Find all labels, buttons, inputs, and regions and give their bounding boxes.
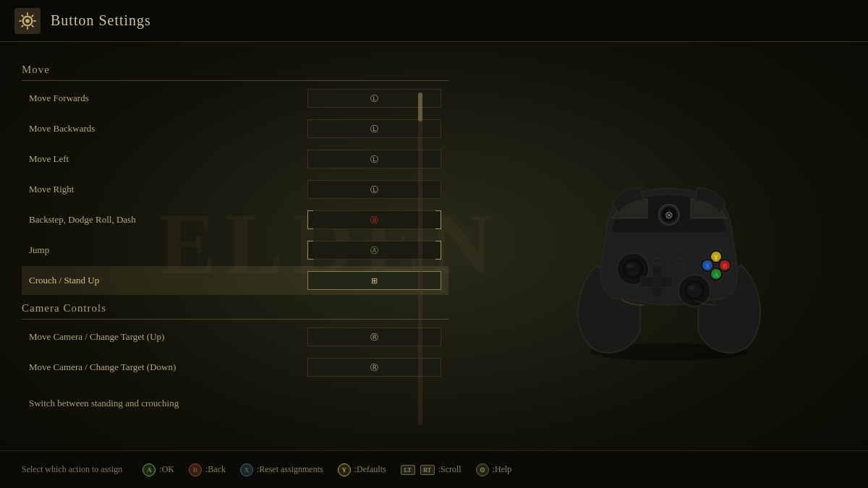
svg-point-22 bbox=[688, 286, 695, 290]
binding-icon-move-right: Ⓛ bbox=[370, 184, 378, 195]
svg-point-21 bbox=[687, 283, 702, 298]
controller-area: ⊗ bbox=[470, 42, 868, 488]
setting-row-move-right[interactable]: Move Right Ⓛ bbox=[22, 175, 448, 204]
hint-scroll: LT RT :Scroll bbox=[401, 464, 461, 475]
svg-text:Y: Y bbox=[714, 254, 719, 261]
svg-text:A: A bbox=[714, 271, 719, 278]
svg-text:B: B bbox=[723, 262, 727, 270]
settings-panel: Move Move Forwards Ⓛ Move Backwards Ⓛ Mo… bbox=[0, 42, 470, 488]
hint-defaults: Y :Defaults bbox=[338, 463, 386, 476]
hint-reset: X :Reset assignments bbox=[240, 463, 323, 476]
setting-row-move-forwards[interactable]: Move Forwards Ⓛ bbox=[22, 84, 448, 113]
hint-ok: A :OK bbox=[142, 463, 174, 476]
btn-lt: LT bbox=[401, 465, 415, 475]
svg-point-17 bbox=[626, 262, 640, 276]
section-move-header: Move bbox=[22, 64, 448, 76]
hint-back: B :Back bbox=[189, 463, 226, 476]
setting-label-move-right: Move Right bbox=[29, 184, 307, 195]
btn-rt: RT bbox=[420, 465, 435, 475]
hint-ok-label: :OK bbox=[159, 464, 174, 475]
setting-row-move-backwards[interactable]: Move Backwards Ⓛ bbox=[22, 114, 448, 143]
page-title: Button Settings bbox=[51, 12, 151, 29]
title-bar: Button Settings bbox=[0, 0, 868, 42]
hint-select-label: Select which action to assign bbox=[22, 464, 122, 475]
hint-help-label: :Help bbox=[493, 464, 512, 475]
scroll-indicator[interactable] bbox=[418, 93, 422, 425]
setting-row-crouch[interactable]: Crouch / Stand Up ⊞ bbox=[22, 266, 448, 295]
svg-point-18 bbox=[626, 264, 634, 268]
setting-label-move-left: Move Left bbox=[29, 153, 307, 165]
setting-row-move-left[interactable]: Move Left Ⓛ bbox=[22, 145, 448, 174]
binding-icon-move-backwards: Ⓛ bbox=[370, 124, 378, 134]
binding-icon-crouch: ⊞ bbox=[371, 276, 378, 286]
hint-defaults-label: :Defaults bbox=[354, 464, 386, 475]
btn-y: Y bbox=[338, 463, 351, 476]
bottom-bar: Select which action to assign A :OK B :B… bbox=[0, 450, 868, 488]
section-camera-header: Camera Controls bbox=[22, 302, 448, 314]
main-content: Move Move Forwards Ⓛ Move Backwards Ⓛ Mo… bbox=[0, 42, 868, 488]
section-camera-divider bbox=[22, 319, 448, 320]
setting-row-camera-up[interactable]: Move Camera / Change Target (Up) Ⓡ bbox=[22, 322, 448, 351]
hint-scroll-label: :Scroll bbox=[438, 464, 461, 475]
hint-back-label: :Back bbox=[205, 464, 226, 475]
section-camera: Camera Controls Move Camera / Change Tar… bbox=[22, 302, 448, 382]
setting-label-move-backwards: Move Backwards bbox=[29, 123, 307, 134]
binding-icon-move-forwards: Ⓛ bbox=[370, 93, 378, 104]
setting-label-move-forwards: Move Forwards bbox=[29, 93, 307, 104]
setting-row-backstep[interactable]: Backstep, Dodge Roll, Dash Ⓑ bbox=[22, 205, 448, 234]
btn-help: ⊙ bbox=[476, 463, 489, 476]
setting-label-camera-up: Move Camera / Change Target (Up) bbox=[29, 331, 307, 343]
status-description: Switch between standing and crouching bbox=[29, 398, 441, 409]
bracket-left-backstep bbox=[307, 210, 313, 229]
setting-row-jump[interactable]: Jump Ⓐ bbox=[22, 236, 448, 265]
hint-help: ⊙ :Help bbox=[476, 463, 512, 476]
setting-label-backstep: Backstep, Dodge Roll, Dash bbox=[29, 214, 307, 226]
svg-text:X: X bbox=[705, 262, 710, 270]
binding-icon-camera-down: Ⓡ bbox=[370, 362, 378, 373]
svg-point-2 bbox=[25, 19, 29, 22]
svg-text:⊗: ⊗ bbox=[665, 209, 673, 221]
hint-reset-label: :Reset assignments bbox=[257, 464, 323, 475]
btn-b: B bbox=[189, 463, 202, 476]
setting-label-camera-down: Move Camera / Change Target (Down) bbox=[29, 361, 307, 373]
setting-label-jump: Jump bbox=[29, 244, 307, 256]
svg-rect-25 bbox=[652, 277, 662, 287]
binding-icon-move-left: Ⓛ bbox=[370, 154, 378, 165]
gear-icon bbox=[14, 8, 41, 34]
svg-rect-38 bbox=[676, 258, 685, 264]
binding-icon-camera-up: Ⓡ bbox=[370, 332, 378, 343]
section-move: Move Move Forwards Ⓛ Move Backwards Ⓛ Mo… bbox=[22, 64, 448, 295]
scroll-thumb bbox=[418, 93, 422, 121]
binding-icon-backstep: Ⓑ bbox=[370, 215, 378, 226]
svg-rect-39 bbox=[653, 258, 662, 264]
setting-label-crouch: Crouch / Stand Up bbox=[29, 275, 307, 286]
bracket-left-jump bbox=[307, 241, 313, 260]
controller-image: ⊗ bbox=[553, 164, 785, 367]
setting-row-camera-down[interactable]: Move Camera / Change Target (Down) Ⓡ bbox=[22, 353, 448, 382]
section-move-divider bbox=[22, 80, 448, 81]
binding-icon-jump: Ⓐ bbox=[370, 245, 378, 256]
btn-x: X bbox=[240, 463, 253, 476]
bracket-right-backstep bbox=[435, 210, 441, 229]
btn-a: A bbox=[142, 463, 156, 476]
bracket-right-jump bbox=[435, 241, 441, 260]
